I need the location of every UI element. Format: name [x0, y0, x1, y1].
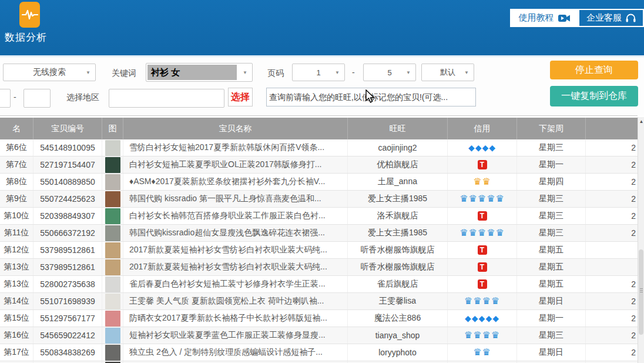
product-thumbnail[interactable] [105, 225, 120, 241]
cell-product-name[interactable]: 白衬衫女长袖韩范百搭修身职业装工作服正装白色衬... [123, 208, 348, 224]
copy-to-warehouse-button[interactable]: 一键复制到仓库 [550, 86, 638, 106]
cell-date: 2 [586, 225, 638, 241]
cell-product-name[interactable]: 防晒衣女2017夏季新款长袖格子中长款衬衫韩版短袖... [123, 310, 348, 327]
cell-thumbnail[interactable] [102, 327, 123, 344]
table-row[interactable]: 第8位550140889850♦ASM♦2017夏装新款竖条纹裙摆衬衫外套九分长… [0, 174, 638, 191]
column-header-name[interactable]: 宝贝名称 [123, 118, 348, 139]
cell-rank: 第13位 [0, 259, 33, 275]
cell-product-name[interactable]: 韩国代购 kissradio 第一眼平凡上身惊喜燕麦色温和... [123, 191, 348, 207]
cell-date: 2 [586, 174, 638, 190]
page-to-dropdown[interactable]: 5 ▼ [363, 64, 416, 81]
cell-thumbnail[interactable] [102, 344, 123, 361]
tmall-icon: T [478, 279, 487, 289]
region-select-button[interactable]: 选择 [228, 88, 253, 106]
vertical-scrollbar[interactable]: ▲ [638, 117, 644, 363]
cell-credit: T [448, 259, 517, 275]
product-thumbnail[interactable] [105, 191, 120, 207]
table-row[interactable]: 第6位545148910095雪纺白衬衫女短袖2017夏季新款韩版休闲百搭V领条… [0, 139, 638, 156]
cell-product-name[interactable]: 雀后春夏白色衬衫女短袖工装寸衫修身衬衣学生正装... [123, 276, 348, 292]
cell-product-name[interactable]: 韩国代购kissradio超仙女显瘦浅色飘逸碎花连衣裙强... [123, 225, 348, 241]
table-row[interactable]: 第15位551297567177防晒衣女2017夏季新款长袖格子中长款衬衫韩版短… [0, 310, 638, 327]
table-row[interactable]: 第12位5379895128612017新款夏装短袖衬衫女雪纺衫白衬衣职业装大码… [0, 242, 638, 259]
column-header-wangwang[interactable]: 旺旺 [348, 118, 448, 139]
product-thumbnail[interactable] [105, 294, 120, 309]
sort-dropdown[interactable]: 默认 ▼ [421, 64, 474, 81]
product-thumbnail[interactable] [105, 208, 120, 224]
cell-thumbnail[interactable] [102, 293, 123, 309]
table-row[interactable]: 第9位550724425623韩国代购 kissradio 第一眼平凡上身惊喜燕… [0, 191, 638, 208]
cell-product-name[interactable]: 2017新款夏装短袖衬衫女雪纺衫白衬衣职业装大码纯... [123, 242, 348, 258]
page-range-separator: - [352, 68, 355, 77]
cell-thumbnail[interactable] [102, 259, 123, 275]
stop-query-button[interactable]: 停止查询 [550, 61, 638, 79]
cell-thumbnail[interactable] [102, 191, 123, 207]
product-thumbnail[interactable] [105, 157, 120, 173]
cell-thumbnail[interactable] [102, 242, 123, 258]
cell-thumbnail[interactable] [102, 174, 123, 190]
product-thumbnail[interactable] [105, 174, 120, 190]
table-row[interactable]: 第7位527197154407白衬衫女短袖工装夏季职业OL正装2017韩版修身打… [0, 156, 638, 174]
cell-item-id: 551297567177 [33, 310, 102, 327]
cell-rank: 第9位 [0, 191, 33, 207]
cell-date [586, 242, 638, 258]
cell-week: 星期五 [517, 259, 586, 275]
cell-week: 星期一 [517, 156, 586, 173]
table-row[interactable]: 第17位550834838269独立虫 2色入 / 定制特别纹理质感蝙蝠设计感短… [0, 344, 638, 361]
cell-product-name[interactable]: 短袖衬衫女职业装夏季蓝色工作服正装工装修身显瘦... [123, 327, 348, 344]
column-header-id[interactable]: 宝贝编号 [33, 118, 102, 139]
column-header-credit[interactable]: 信用 [448, 118, 517, 139]
video-camera-icon [558, 14, 570, 22]
product-thumbnail[interactable] [105, 328, 120, 344]
table-row[interactable]: 第13位5379895128612017新款夏装短袖衬衫女雪纺衫白衬衣职业装大码… [0, 259, 638, 276]
keyword-combobox[interactable]: 衬衫 女 ▼ [146, 63, 253, 82]
table-row[interactable]: 第13位528002735638雀后春夏白色衬衫女短袖工装寸衫修身衬衣学生正装.… [0, 276, 638, 293]
column-header-date[interactable] [586, 118, 638, 139]
cell-product-name[interactable]: 白衬衫女短袖工装夏季职业OL正装2017韩版修身打... [123, 156, 348, 173]
cell-thumbnail[interactable] [102, 139, 123, 156]
product-thumbnail[interactable] [105, 242, 120, 258]
table-row[interactable]: 第16位545659022412短袖衬衫女职业装夏季蓝色工作服正装工装修身显瘦.… [0, 327, 638, 344]
cell-week: 星期四 [517, 174, 586, 190]
price-to-input[interactable] [24, 89, 51, 108]
service-button-label: 企业客服 [586, 12, 622, 24]
scrollbar-thumb[interactable] [639, 249, 643, 335]
scroll-up-arrow-icon[interactable]: ▲ [639, 119, 644, 124]
service-button[interactable]: 企业客服 [578, 9, 644, 27]
cell-product-name[interactable]: 雪纺白衬衫女短袖2017夏季新款韩版休闲百搭V领条... [123, 139, 348, 156]
product-thumbnail[interactable] [105, 345, 120, 361]
cell-item-id: 545148910095 [33, 139, 102, 156]
wangwang-input[interactable] [266, 88, 476, 106]
table-row[interactable]: 第10位520398849307白衬衫女长袖韩范百搭修身职业装工作服正装白色衬.… [0, 208, 638, 225]
page-to-value: 5 [387, 68, 391, 77]
table-row[interactable]: 第14位551071698939王雯馨 美人气质 夏新款圆领宽松上衣 荷叶边喇叭… [0, 293, 638, 310]
tutorial-button[interactable]: 使用教程 [510, 9, 578, 27]
column-header-rank[interactable]: 名 [0, 118, 33, 139]
cell-date: 2 [586, 139, 638, 156]
sort-value: 默认 [440, 67, 455, 78]
page-from-dropdown[interactable]: 1 ▼ [292, 64, 345, 81]
cell-thumbnail[interactable] [102, 276, 123, 292]
cell-thumbnail[interactable] [102, 208, 123, 224]
cell-product-name[interactable]: 王雯馨 美人气质 夏新款圆领宽松上衣 荷叶边喇叭袖... [123, 293, 348, 309]
cell-thumbnail[interactable] [102, 225, 123, 241]
cell-item-id: 545659022412 [33, 327, 102, 344]
cell-product-name[interactable]: ♦ASM♦2017夏装新款竖条纹裙摆衬衫外套九分长袖V... [123, 174, 348, 190]
cell-credit: ◆◆◆◆◆ [448, 310, 517, 327]
cell-thumbnail[interactable] [102, 310, 123, 327]
product-thumbnail[interactable] [105, 259, 120, 275]
cell-credit: ♛♛♛♛♛ [448, 191, 517, 207]
product-thumbnail[interactable] [105, 277, 120, 292]
cell-product-name[interactable]: 2017新款夏装短袖衬衫女雪纺衫白衬衣职业装大码纯... [123, 259, 348, 275]
product-thumbnail[interactable] [105, 311, 120, 327]
column-header-week[interactable]: 下架周 [517, 118, 586, 139]
column-header-image[interactable]: 图 [102, 118, 123, 139]
cell-product-name[interactable]: 独立虫 2色入 / 定制特别纹理质感蝙蝠设计感短袖子... [123, 344, 348, 361]
region-input[interactable] [109, 89, 224, 108]
search-type-dropdown[interactable]: 无线搜索 ▼ [3, 64, 96, 81]
price-from-input[interactable] [0, 89, 11, 108]
cell-thumbnail[interactable] [102, 156, 123, 173]
product-thumbnail[interactable] [105, 140, 120, 156]
table-row[interactable]: 第11位550666372192韩国代购kissradio超仙女显瘦浅色飘逸碎花… [0, 225, 638, 242]
tmall-icon: T [478, 211, 487, 221]
crown-gold-rating-icon: ♛♛ [473, 177, 491, 187]
